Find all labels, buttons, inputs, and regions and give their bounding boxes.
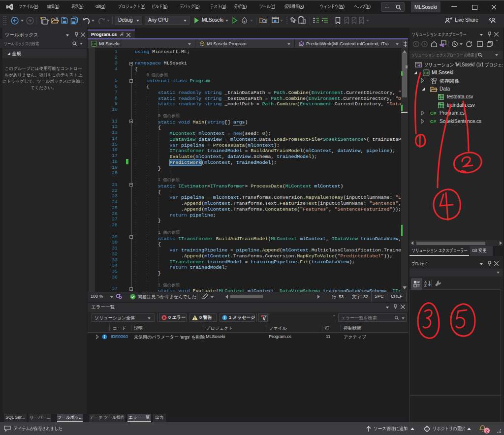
- svg-text:C#: C#: [92, 42, 96, 45]
